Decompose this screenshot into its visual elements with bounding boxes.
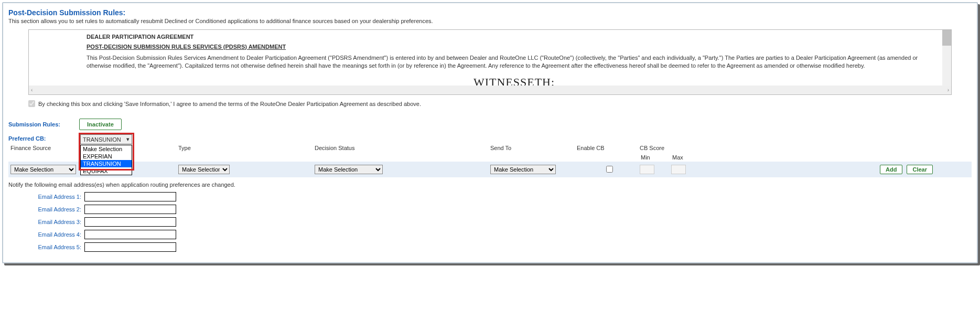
preferred-cb-select[interactable]: TRANSUNION ▾ xyxy=(80,134,132,144)
finance-source-select[interactable]: Make Selection xyxy=(10,165,76,174)
add-button[interactable]: Add xyxy=(880,165,902,174)
preferred-cb-option[interactable]: TRANSUNION xyxy=(81,160,132,167)
col-decision-status: Decision Status xyxy=(315,145,490,151)
email-3-input[interactable] xyxy=(84,217,176,227)
send-to-select[interactable]: Make Selection xyxy=(490,165,556,174)
email-4-input[interactable] xyxy=(84,230,176,239)
email-4-label: Email Address 4: xyxy=(31,231,81,238)
scroll-left-icon[interactable]: ‹ xyxy=(31,87,33,93)
consent-text: By checking this box and clicking 'Save … xyxy=(38,101,421,107)
type-select[interactable]: Make Selection xyxy=(178,165,230,174)
scroll-right-icon[interactable]: › xyxy=(947,87,949,93)
preferred-cb-selected: TRANSUNION xyxy=(83,136,121,143)
preferred-cb-option[interactable]: EQUIFAX xyxy=(81,167,132,175)
submission-rules-label: Submission Rules: xyxy=(8,121,79,127)
main-panel: Post-Decision Submission Rules: This sec… xyxy=(2,2,978,263)
preferred-cb-option[interactable]: EXPERIAN xyxy=(81,153,132,160)
email-1-label: Email Address 1: xyxy=(31,194,81,200)
email-2-label: Email Address 2: xyxy=(31,206,81,212)
witnesseth-heading: WITNESSETH: xyxy=(87,74,942,87)
agreement-body: This Post-Decision Submission Rules Serv… xyxy=(87,54,942,70)
col-max: Max xyxy=(671,154,724,161)
pdsrs-amendment-title: POST-DECISION SUBMISSION RULES SERVICES … xyxy=(87,43,942,51)
decision-status-select[interactable]: Make Selection xyxy=(315,165,383,174)
vertical-scrollbar-thumb[interactable] xyxy=(942,30,951,46)
consent-checkbox[interactable] xyxy=(28,100,35,107)
vertical-scrollbar[interactable] xyxy=(942,30,951,87)
col-type: Type xyxy=(178,145,315,151)
email-5-label: Email Address 5: xyxy=(31,244,81,250)
preferred-cb-dropdown-open[interactable]: Make Selection EXPERIAN TRANSUNION EQUIF… xyxy=(80,145,132,175)
dpa-title: DEALER PARTICIPATION AGREEMENT xyxy=(87,33,942,41)
email-5-input[interactable] xyxy=(84,242,176,252)
inactivate-button[interactable]: Inactivate xyxy=(79,119,122,130)
rule-row: Make Selection Make Selection Make Selec… xyxy=(8,162,972,177)
cb-score-min-input[interactable] xyxy=(640,165,654,174)
section-title: Post-Decision Submission Rules: xyxy=(8,8,972,17)
email-1-input[interactable] xyxy=(84,192,176,201)
section-description: This section allows you to set rules to … xyxy=(8,18,972,24)
col-min: Min xyxy=(640,154,671,161)
horizontal-scrollbar[interactable]: ‹ › xyxy=(29,86,951,94)
preferred-cb-label: Preferred CB: xyxy=(8,135,79,142)
cb-score-max-input[interactable] xyxy=(671,165,686,174)
col-enable-cb: Enable CB xyxy=(577,145,640,151)
clear-button[interactable]: Clear xyxy=(907,165,933,174)
email-2-input[interactable] xyxy=(84,205,176,214)
preferred-cb-option[interactable]: Make Selection xyxy=(81,145,132,153)
chevron-down-icon: ▾ xyxy=(126,136,130,143)
notify-text: Notify the following email address(es) w… xyxy=(8,182,972,188)
email-3-label: Email Address 3: xyxy=(31,219,81,225)
agreement-scroll-box: DEALER PARTICIPATION AGREEMENT POST-DECI… xyxy=(28,29,952,95)
col-send-to: Send To xyxy=(490,145,577,151)
col-cb-score: CB Score xyxy=(640,145,724,151)
enable-cb-checkbox[interactable] xyxy=(606,166,613,173)
